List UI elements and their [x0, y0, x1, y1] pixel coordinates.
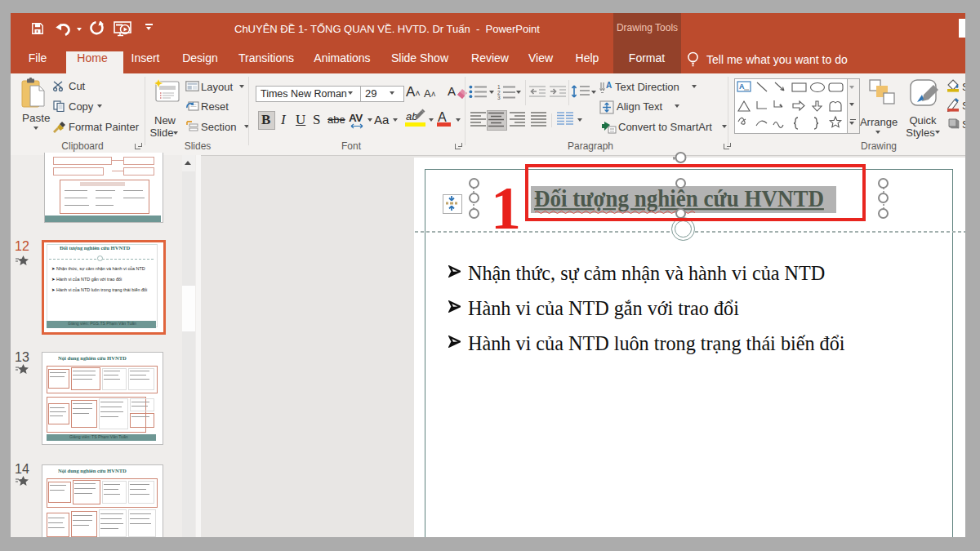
svg-text:A: A [606, 81, 612, 90]
svg-text:A: A [739, 82, 745, 91]
svg-text:3: 3 [497, 95, 501, 100]
